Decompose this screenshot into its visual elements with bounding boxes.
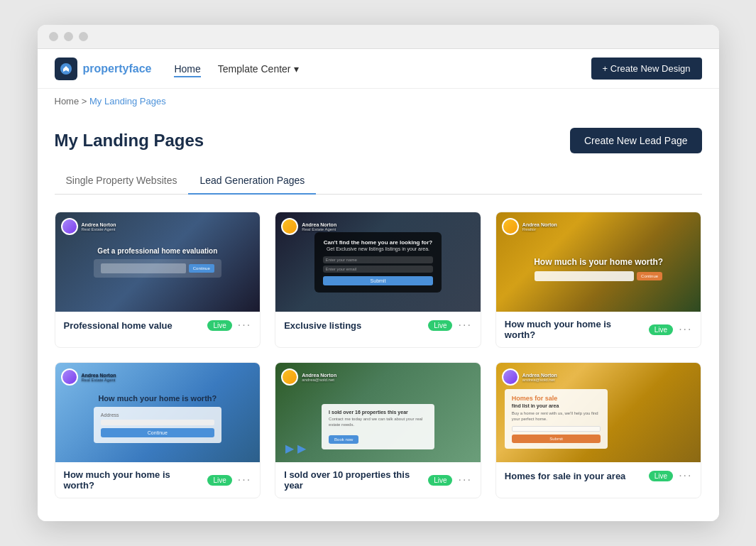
breadcrumb-separator: >: [82, 96, 89, 107]
breadcrumb-home[interactable]: Home: [55, 96, 80, 107]
card-footer: I sold over 10 properties this year Live…: [275, 462, 481, 498]
more-options-button[interactable]: ···: [238, 319, 251, 332]
more-options-button[interactable]: ···: [679, 469, 692, 482]
thumb-headline: Get a professional home evaluation: [97, 247, 217, 255]
tab-single-property[interactable]: Single Property Websites: [55, 168, 189, 195]
browser-dot-1: [49, 32, 58, 41]
thumb-overlay: How much is your home worth? Continue: [496, 212, 701, 312]
page-card: Andrea Norton Realtor How much is your h…: [495, 212, 702, 348]
status-badge: Live: [428, 320, 452, 331]
card-footer: Professional home value Live ···: [55, 312, 261, 339]
more-options-button[interactable]: ···: [458, 319, 471, 332]
card-name: I sold over 10 properties this year: [284, 469, 422, 491]
card-thumbnail: Andrea Norton Real Estate Agent Get a pr…: [55, 212, 261, 312]
breadcrumb-current: My Landing Pages: [89, 96, 166, 107]
card-thumbnail: Andrea Norton andrea@sold.net Homes for …: [496, 363, 701, 462]
nav-links: Home Template Center ▾: [174, 60, 591, 77]
card-thumbnail: Andrea Norton Real Estate Agent How much…: [55, 363, 261, 462]
pages-grid: Andrea Norton Real Estate Agent Get a pr…: [55, 212, 702, 498]
thumb-overlay: Can't find the home you are looking for?…: [275, 212, 481, 312]
page-card: Andrea Norton Real Estate Agent Get a pr…: [55, 212, 261, 348]
card-footer: Exclusive listings Live ···: [275, 312, 481, 339]
tabs: Single Property Websites Lead Generation…: [55, 168, 702, 195]
browser-dot-2: [64, 32, 73, 41]
chevron-down-icon: ▾: [294, 63, 299, 75]
main-content: My Landing Pages Create New Lead Page Si…: [38, 114, 719, 521]
card-name: How much your home is worth?: [505, 319, 643, 340]
card-footer: Homes for sale in your area Live ···: [496, 462, 701, 489]
card-thumbnail: Andrea Norton andrea@sold.net I sold ove…: [275, 363, 481, 462]
browser-chrome: [38, 25, 719, 49]
thumb-headline: How much is your home worth?: [534, 257, 663, 267]
thumb-overlay: Get a professional home evaluation Conti…: [55, 212, 261, 312]
nav-template-center[interactable]: Template Center ▾: [218, 60, 299, 77]
thumb-overlay: How much your home is worth? Address Con…: [55, 363, 261, 462]
card-name: Exclusive listings: [284, 320, 422, 331]
logo-icon: [55, 58, 77, 80]
card-thumbnail: Andrea Norton Real Estate Agent Can't fi…: [275, 212, 481, 312]
page-card: Andrea Norton Real Estate Agent Can't fi…: [275, 212, 481, 348]
card-name: Professional home value: [64, 320, 202, 331]
page-card: Andrea Norton Real Estate Agent How much…: [55, 362, 261, 498]
navbar: propertyface Home Template Center ▾ + Cr…: [38, 49, 719, 89]
page-header: My Landing Pages Create New Lead Page: [55, 128, 702, 153]
browser-dot-3: [79, 32, 88, 41]
page-title: My Landing Pages: [55, 131, 204, 151]
status-badge: Live: [207, 475, 231, 486]
status-badge: Live: [207, 320, 231, 331]
card-thumbnail: Andrea Norton Realtor How much is your h…: [496, 212, 701, 312]
more-options-button[interactable]: ···: [238, 474, 251, 486]
card-name: How much your home is worth?: [64, 469, 202, 491]
page-card: Andrea Norton andrea@sold.net Homes for …: [495, 362, 702, 498]
thumb-overlay: Homes for sale find list in your area Bu…: [496, 363, 701, 462]
nav-right: + Create New Design: [591, 58, 702, 80]
logo-text: propertyface: [83, 62, 152, 75]
more-options-button[interactable]: ···: [458, 474, 471, 486]
status-badge: Live: [428, 475, 452, 486]
status-badge: Live: [649, 324, 673, 335]
breadcrumb: Home > My Landing Pages: [38, 89, 719, 114]
card-footer: How much your home is worth? Live ···: [496, 312, 701, 347]
browser-window: propertyface Home Template Center ▾ + Cr…: [38, 25, 719, 521]
card-footer: How much your home is worth? Live ···: [55, 462, 261, 498]
card-name: Homes for sale in your area: [505, 471, 643, 481]
tab-lead-generation[interactable]: Lead Generation Pages: [188, 168, 316, 195]
logo[interactable]: propertyface: [55, 58, 152, 80]
create-new-design-button[interactable]: + Create New Design: [591, 58, 702, 80]
more-options-button[interactable]: ···: [679, 323, 692, 336]
status-badge: Live: [649, 471, 673, 481]
create-new-lead-button[interactable]: Create New Lead Page: [570, 128, 702, 153]
page-card: Andrea Norton andrea@sold.net I sold ove…: [275, 362, 481, 498]
nav-home[interactable]: Home: [174, 60, 200, 77]
thumb-overlay: I sold over 16 properties this year Cont…: [275, 363, 481, 462]
